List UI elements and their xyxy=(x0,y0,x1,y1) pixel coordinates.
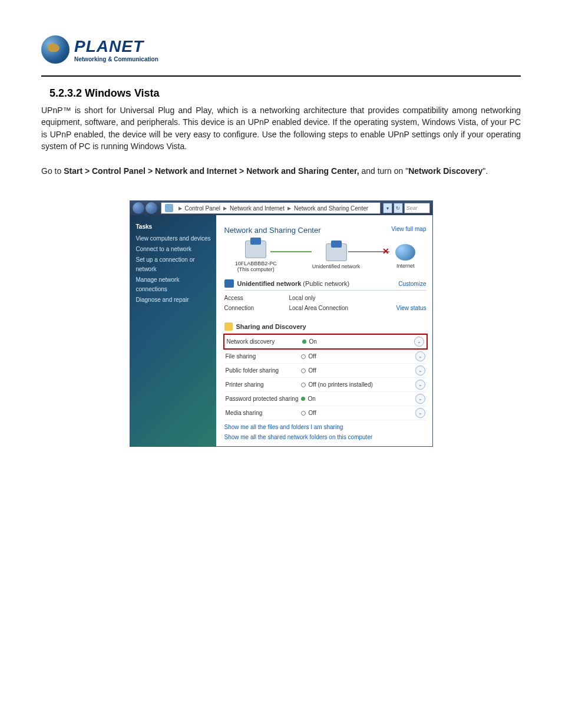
view-full-map-link[interactable]: View full map xyxy=(391,226,426,232)
vista-screenshot: ▶ Control Panel ▶ Network and Internet ▶… xyxy=(130,200,433,447)
map-node-internet: Internet xyxy=(395,244,415,269)
instruction-paragraph: Go to Start > Control Panel > Network an… xyxy=(41,165,521,177)
expand-button[interactable]: ⌄ xyxy=(415,380,425,390)
sharing-row-value: Off xyxy=(309,410,316,416)
control-panel-icon xyxy=(165,204,173,212)
sharing-row-status: On xyxy=(302,338,414,345)
search-input[interactable]: Sear xyxy=(404,203,430,213)
disconnected-x-icon: ✕ xyxy=(382,246,389,256)
task-item[interactable]: Set up a connection or network xyxy=(136,255,211,274)
network-header: Unidentified network (Public network) Cu… xyxy=(224,279,427,291)
sharing-header: Sharing and Discovery xyxy=(224,320,427,334)
sharing-row-value: Off xyxy=(309,353,316,360)
sharing-row-label: Media sharing xyxy=(226,410,301,416)
task-item[interactable]: Manage network connections xyxy=(136,275,211,294)
brand-name: PLANET xyxy=(74,37,158,56)
sharing-row-value: On xyxy=(308,396,316,402)
customize-link[interactable]: Customize xyxy=(398,281,426,287)
sharing-row-label: Public folder sharing xyxy=(226,367,301,374)
sharing-row-value: Off xyxy=(309,367,316,374)
crumb-3[interactable]: Network and Sharing Center xyxy=(294,205,368,212)
view-status-link[interactable]: View status xyxy=(396,305,427,311)
main-pane: Network and Sharing Center View full map… xyxy=(216,215,432,446)
expand-button[interactable]: ⌄ xyxy=(415,351,425,361)
expand-button[interactable]: ⌄ xyxy=(415,365,425,375)
divider xyxy=(41,75,521,77)
sharing-row-label: File sharing xyxy=(226,353,301,360)
connection-row: Connection Local Area Connection View st… xyxy=(224,303,427,313)
chevron-right-icon: ▶ xyxy=(287,206,291,211)
status-off-icon xyxy=(301,383,306,387)
instr-seg-path: Start > Control Panel > Network and Inte… xyxy=(64,166,359,176)
pc-icon xyxy=(245,241,266,258)
task-item[interactable]: Connect to a network xyxy=(136,245,211,254)
task-item[interactable]: View computers and devices xyxy=(136,234,211,243)
map-connector xyxy=(270,251,312,252)
instr-seg-a: Go to xyxy=(41,166,64,176)
map-node-network: Unidentified network xyxy=(312,243,361,269)
access-value: Local only xyxy=(289,295,427,301)
address-bar: ▶ Control Panel ▶ Network and Internet ▶… xyxy=(130,201,432,215)
tasks-pane: Tasks View computers and devices Connect… xyxy=(130,215,216,446)
sharing-row: Password protected sharingOn⌄ xyxy=(224,392,427,406)
status-on-icon xyxy=(301,397,305,401)
status-off-icon xyxy=(301,354,306,359)
sharing-title: Sharing and Discovery xyxy=(236,323,306,330)
sharing-row: Network discoveryOn⌄ xyxy=(223,334,428,350)
globe-icon xyxy=(41,35,70,64)
expand-button[interactable]: ⌄ xyxy=(415,394,425,404)
expand-button[interactable]: ⌄ xyxy=(414,337,424,347)
task-item[interactable]: Diagnose and repair xyxy=(136,295,211,305)
map-node-label: Unidentified network xyxy=(312,263,361,269)
crumb-1[interactable]: Control Panel xyxy=(185,205,221,212)
map-node-sublabel: (This computer) xyxy=(235,266,277,272)
network-icon xyxy=(326,243,347,261)
forward-button[interactable] xyxy=(146,202,157,214)
instr-seg-e: ". xyxy=(482,166,488,176)
brand-subtitle: Networking & Communication xyxy=(74,56,158,62)
sharing-row: Public folder sharingOff⌄ xyxy=(224,364,427,378)
status-on-icon xyxy=(302,340,306,344)
sharing-row-status: Off xyxy=(301,353,415,360)
refresh-button[interactable]: ↻ xyxy=(394,203,403,213)
brand-logo: PLANET Networking & Communication xyxy=(41,35,521,64)
connection-label: Connection xyxy=(224,305,289,311)
sharing-row-label: Network discovery xyxy=(227,338,302,345)
network-cat-icon xyxy=(224,279,234,288)
sharing-row-label: Printer sharing xyxy=(226,381,301,388)
map-node-label: 10FLABBBB2-PC xyxy=(235,261,277,266)
section-heading: 5.2.3.2 Windows Vista xyxy=(49,87,521,100)
sharing-row: File sharingOff⌄ xyxy=(224,350,427,364)
network-name: Unidentified network xyxy=(237,280,302,287)
show-folders-link[interactable]: Show me all the shared network folders o… xyxy=(224,434,427,440)
expand-button[interactable]: ⌄ xyxy=(415,408,425,418)
status-off-icon xyxy=(301,411,306,416)
sharing-row: Media sharingOff⌄ xyxy=(224,406,427,420)
connection-value: Local Area Connection xyxy=(289,305,396,311)
sharing-icon xyxy=(224,322,233,331)
back-button[interactable] xyxy=(133,202,144,214)
page-title: Network and Sharing Center xyxy=(224,226,321,235)
show-files-link[interactable]: Show me all the files and folders I am s… xyxy=(224,424,427,430)
sharing-row-value: Off (no printers installed) xyxy=(309,381,373,388)
address-dropdown[interactable]: ▾ xyxy=(383,203,392,213)
sharing-row-status: On xyxy=(301,396,415,402)
sharing-row-status: Off xyxy=(301,410,415,416)
chevron-right-icon: ▶ xyxy=(178,206,182,211)
instr-seg-c: and turn on " xyxy=(359,166,409,176)
instr-seg-d: Network Discovery xyxy=(408,166,482,176)
tasks-heading: Tasks xyxy=(136,222,211,232)
map-node-label: Internet xyxy=(395,263,415,269)
breadcrumb[interactable]: ▶ Control Panel ▶ Network and Internet ▶… xyxy=(161,202,381,214)
sharing-row-status: Off (no printers installed) xyxy=(301,381,415,388)
sharing-row-label: Password protected sharing xyxy=(226,396,301,402)
status-off-icon xyxy=(301,368,306,373)
intro-paragraph: UPnP™ is short for Universal Plug and Pl… xyxy=(41,104,521,152)
crumb-2[interactable]: Network and Internet xyxy=(230,205,285,212)
sharing-row-status: Off xyxy=(301,367,415,374)
network-type: (Public network) xyxy=(301,280,349,287)
internet-icon xyxy=(395,244,415,261)
sharing-row-value: On xyxy=(309,338,317,345)
sharing-row: Printer sharingOff (no printers installe… xyxy=(224,378,427,392)
network-map: ✕ 10FLABBBB2-PC (This computer) Unidenti… xyxy=(224,241,427,272)
